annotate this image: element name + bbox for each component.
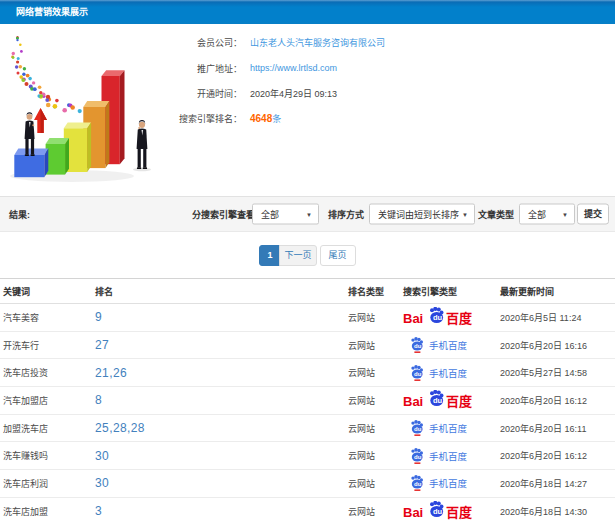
page-1-button[interactable]: 1 — [259, 245, 280, 266]
chevron-down-icon: ▼ — [306, 211, 312, 217]
chevron-down-icon: ▼ — [462, 211, 468, 217]
rank-type-cell: 云网站 — [345, 331, 400, 359]
info-value: 4648条 — [250, 112, 281, 125]
type-select[interactable]: 全部 ▼ — [519, 204, 575, 225]
keyword-cell: 加盟洗车店 — [0, 414, 92, 442]
svg-text:du: du — [414, 482, 422, 488]
table-header-row: 关键词 排名 排名类型 搜索引擎类型 最新更新时间 — [0, 279, 615, 304]
info-value: 2020年4月29日 09:13 — [250, 87, 337, 100]
rank-type-cell: 云网站 — [345, 497, 400, 520]
baidu-mobile-logo: du 手机百度 — [409, 447, 471, 465]
table-body: 汽车美容 9 云网站 Bai du 百度 2020年6月5日 11:24 — [0, 304, 615, 520]
svg-text:百度: 百度 — [446, 505, 472, 520]
app-header: 网络营销效果展示 — [0, 0, 615, 24]
keyword-cell: 汽车加盟店 — [0, 387, 92, 415]
filter-bar: 结果: 分搜索引擎查看 全部 ▼ 排序方式 关键词由短到长排序 ▼ 文章类型 全… — [0, 196, 615, 232]
baidu-pc-logo: Bai du 百度 — [403, 307, 472, 327]
submit-button[interactable]: 提交 — [577, 204, 609, 225]
rank-type-cell: 云网站 — [345, 414, 400, 442]
engine-cell: Bai du 百度 — [400, 387, 497, 415]
keyword-cell: 洗车赚钱吗 — [0, 442, 92, 470]
rank-cell: 9 — [92, 304, 345, 332]
svg-text:du: du — [414, 343, 422, 349]
sort-select[interactable]: 关键词由短到长排序 ▼ — [369, 204, 475, 225]
svg-text:Bai: Bai — [403, 311, 423, 326]
updated-cell: 2020年6月18日 14:30 — [497, 497, 615, 520]
engine-cell: du 手机百度 — [400, 359, 497, 387]
svg-text:百度: 百度 — [446, 311, 472, 326]
engine-cell: du 手机百度 — [400, 331, 497, 359]
baidu-mobile-logo: du 手机百度 — [409, 364, 471, 382]
pagination: 1 下一页 尾页 — [0, 245, 615, 266]
keyword-cell: 汽车美容 — [0, 304, 92, 332]
updated-cell: 2020年6月20日 16:11 — [497, 414, 615, 442]
last-page-button[interactable]: 尾页 — [320, 245, 356, 266]
keyword-cell: 洗车店加盟 — [0, 497, 92, 520]
svg-text:du: du — [433, 397, 443, 406]
info-label: 会员公司： — [0, 36, 242, 49]
table-row: 加盟洗车店 25,28,28 云网站 du 手机百度 2020年6月20日 16… — [0, 414, 615, 442]
rank-cell: 21,26 — [92, 359, 345, 387]
table-row: 洗车赚钱吗 30 云网站 du 手机百度 2020年6月20日 16:12 — [0, 442, 615, 470]
svg-text:Bai: Bai — [403, 394, 423, 409]
info-value-text[interactable]: https://www.lrtlsd.com — [250, 63, 337, 73]
info-label: 开通时间： — [0, 87, 242, 100]
rank-type-cell: 云网站 — [345, 359, 400, 387]
engine-cell: du 手机百度 — [400, 414, 497, 442]
page-title: 网络营销效果展示 — [16, 1, 88, 24]
sort-select-value: 关键词由短到长排序 — [378, 208, 459, 221]
keyword-cell: 洗车店投资 — [0, 359, 92, 387]
rank-type-cell: 云网站 — [345, 470, 400, 498]
bar-green — [46, 138, 69, 175]
info-value-text: 4648 — [250, 113, 272, 124]
table-row: 洗车店投资 21,26 云网站 du 手机百度 2020年5月27日 14:58 — [0, 359, 615, 387]
baidu-mobile-logo: du 手机百度 — [409, 336, 471, 354]
rank-type-cell: 云网站 — [345, 442, 400, 470]
table-row: 洗车店加盟 3 云网站 Bai du 百度 2020年6月18日 14:30 — [0, 497, 615, 520]
rank-cell: 27 — [92, 331, 345, 359]
engine-filter-label: 分搜索引擎查看 — [192, 208, 255, 221]
svg-text:百度: 百度 — [446, 394, 472, 409]
engine-select[interactable]: 全部 ▼ — [252, 204, 319, 225]
info-value-text: 2020年4月29日 09:13 — [250, 89, 337, 99]
ranking-table: 关键词 排名 排名类型 搜索引擎类型 最新更新时间 汽车美容 9 云网站 Bai… — [0, 278, 615, 520]
svg-text:手机百度: 手机百度 — [429, 478, 468, 489]
engine-cell: du 手机百度 — [400, 442, 497, 470]
updated-cell: 2020年5月27日 14:58 — [497, 359, 615, 387]
overview-section: 会员公司： 山东老人头汽车服务咨询有限公司 推广地址： https://www.… — [0, 24, 615, 196]
svg-text:du: du — [414, 371, 422, 377]
table-row: 开洗车行 27 云网站 du 手机百度 2020年6月20日 16:16 — [0, 331, 615, 359]
baidu-pc-logo: Bai du 百度 — [403, 501, 472, 520]
svg-text:du: du — [433, 507, 443, 516]
info-row: 开通时间： 2020年4月29日 09:13 — [0, 81, 615, 106]
svg-text:手机百度: 手机百度 — [429, 368, 468, 379]
next-page-button[interactable]: 下一页 — [279, 245, 316, 266]
col-rank-type: 排名类型 — [345, 279, 400, 304]
baidu-mobile-logo: du 手机百度 — [409, 474, 471, 492]
rank-cell: 8 — [92, 387, 345, 415]
type-select-value: 全部 — [528, 208, 546, 221]
col-updated: 最新更新时间 — [497, 279, 615, 304]
svg-text:du: du — [433, 313, 443, 322]
engine-cell: du 手机百度 — [400, 470, 497, 498]
rank-cell: 3 — [92, 497, 345, 520]
baidu-pc-logo: Bai du 百度 — [403, 390, 472, 410]
member-info-list: 会员公司： 山东老人头汽车服务咨询有限公司 推广地址： https://www.… — [0, 30, 615, 132]
type-label: 文章类型 — [478, 208, 514, 221]
keyword-cell: 洗车店利润 — [0, 470, 92, 498]
info-row: 搜索引擎排名： 4648条 — [0, 106, 615, 131]
svg-text:Bai: Bai — [403, 505, 423, 520]
result-label: 结果: — [9, 208, 30, 221]
updated-cell: 2020年6月5日 11:24 — [497, 304, 615, 332]
rank-type-cell: 云网站 — [345, 387, 400, 415]
table-row: 汽车美容 9 云网站 Bai du 百度 2020年6月5日 11:24 — [0, 304, 615, 332]
man-shadow — [133, 168, 151, 172]
engine-cell: Bai du 百度 — [400, 497, 497, 520]
engine-cell: Bai du 百度 — [400, 304, 497, 332]
info-value-text[interactable]: 山东老人头汽车服务咨询有限公司 — [250, 38, 385, 48]
svg-text:手机百度: 手机百度 — [429, 340, 468, 351]
keyword-cell: 开洗车行 — [0, 331, 92, 359]
updated-cell: 2020年6月20日 16:12 — [497, 387, 615, 415]
svg-text:du: du — [414, 426, 422, 432]
svg-text:du: du — [414, 454, 422, 460]
